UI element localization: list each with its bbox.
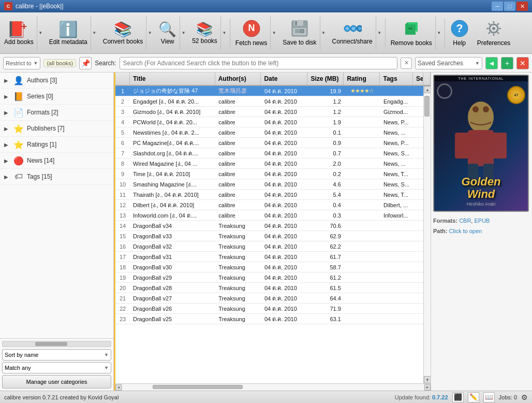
restrict-to-dropdown[interactable]: Restrict to ▼ bbox=[3, 57, 40, 69]
scroll-down-button[interactable]: ▼ bbox=[424, 376, 431, 383]
search-clear-button[interactable]: ✕ bbox=[401, 57, 412, 69]
sidebar-item-news[interactable]: ▶ 🔴 News [14] bbox=[0, 153, 113, 169]
n-books-btn-group[interactable]: 📚 52 books ▼ bbox=[188, 16, 228, 50]
search-add-button[interactable]: + bbox=[501, 57, 513, 69]
table-row[interactable]: 20 DragonBall v28 Treaksung 04 ต.ค. 2010… bbox=[115, 283, 423, 293]
table-row[interactable]: 19 DragonBall v29 Treaksung 04 ต.ค. 2010… bbox=[115, 272, 423, 283]
view-arrow[interactable]: ▼ bbox=[180, 16, 187, 50]
table-row[interactable]: 2 Engadget [ง., 04 ต.ค. 20... calibre 04… bbox=[115, 96, 423, 107]
table-row[interactable]: 14 DragonBall v34 Treaksung 04 ต.ค. 2010… bbox=[115, 221, 423, 231]
cbr-format-link[interactable]: CBR bbox=[459, 218, 471, 224]
minimize-button[interactable]: ─ bbox=[492, 2, 503, 11]
td-size: 4.6 bbox=[308, 181, 344, 188]
saved-searches-dropdown[interactable]: Saved Searches ▼ bbox=[415, 57, 482, 69]
remove-books-button[interactable]: Remove books bbox=[388, 16, 435, 50]
table-row[interactable]: 3 Gizmodo [ง., 04 ต.ค. 2010] calibre 04 … bbox=[115, 107, 423, 117]
status-icon-3[interactable]: 📖 bbox=[483, 392, 495, 402]
search-input[interactable] bbox=[120, 57, 397, 69]
connect-share-button[interactable]: Connect/share bbox=[329, 16, 376, 50]
n-books-arrow[interactable]: ▼ bbox=[220, 16, 228, 50]
save-disk-btn-group[interactable]: Save to disk ▼ bbox=[279, 16, 327, 50]
h-scroll-left[interactable]: ◄ bbox=[115, 384, 122, 391]
search-remove-button[interactable]: ✕ bbox=[516, 57, 529, 69]
table-row[interactable]: 12 Dilbert [ง., 04 ต.ค. 2010] calibre 04… bbox=[115, 200, 423, 210]
sidebar-item-series[interactable]: ▶ 📙 Series [0] bbox=[0, 89, 113, 105]
match-dropdown[interactable]: Match any ▼ bbox=[2, 362, 111, 373]
th-size[interactable]: Size (MB) bbox=[307, 73, 344, 85]
table-row[interactable]: 8 Wired Magazine [ง., 04 ... calibre 04 … bbox=[115, 159, 423, 169]
close-button[interactable]: ✕ bbox=[516, 2, 528, 11]
remove-books-arrow[interactable]: ▼ bbox=[435, 16, 442, 50]
scroll-up-button[interactable]: ▲ bbox=[424, 86, 431, 93]
th-rating[interactable]: Rating bbox=[344, 73, 380, 85]
table-row[interactable]: 7 Slashdot.org [ง., 04 ต.ค.... calibre 0… bbox=[115, 148, 423, 159]
path-link[interactable]: Click to open bbox=[449, 228, 482, 234]
save-disk-button[interactable]: Save to disk bbox=[279, 16, 319, 50]
edit-metadata-arrow[interactable]: ▼ bbox=[91, 16, 98, 50]
status-icon-2[interactable]: ✏️ bbox=[468, 392, 479, 402]
fetch-news-button[interactable]: N Fetch news bbox=[232, 16, 270, 50]
table-row[interactable]: 23 DragonBall v25 Treaksung 04 ต.ค. 2010… bbox=[115, 314, 423, 324]
fetch-news-arrow[interactable]: ▼ bbox=[270, 16, 277, 50]
convert-books-btn-group[interactable]: 📚 Convert books ▼ bbox=[99, 16, 154, 50]
connect-share-arrow[interactable]: ▼ bbox=[376, 16, 383, 50]
vertical-scrollbar[interactable]: ▲ ▼ bbox=[423, 86, 431, 383]
epub-format-link[interactable]: EPUB bbox=[474, 218, 490, 224]
add-books-arrow[interactable]: ▼ bbox=[37, 16, 44, 50]
preferences-btn-group[interactable]: Preferences bbox=[474, 16, 514, 50]
add-books-button[interactable]: 📕+ Add books bbox=[1, 16, 37, 50]
sidebar-item-authors[interactable]: ▶ 👤 Authors [3] bbox=[0, 73, 113, 89]
th-author[interactable]: Author(s) bbox=[215, 73, 261, 85]
remove-books-btn-group[interactable]: Remove books ▼ bbox=[387, 16, 443, 50]
update-version-link[interactable]: 0.7.22 bbox=[432, 394, 448, 400]
table-row[interactable]: 10 Smashing Magazine [ง.... calibre 04 ต… bbox=[115, 179, 423, 190]
table-row[interactable]: 5 Newstimes [ง., 04 ต.ค. 2... calibre 04… bbox=[115, 127, 423, 138]
search-pin-button[interactable]: 📌 bbox=[79, 57, 92, 69]
connect-share-btn-group[interactable]: Connect/share ▼ bbox=[329, 16, 383, 50]
sort-by-dropdown[interactable]: Sort by name ▼ bbox=[2, 349, 111, 361]
preferences-button[interactable]: Preferences bbox=[474, 16, 514, 50]
th-number[interactable] bbox=[115, 73, 130, 85]
horizontal-scrollbar-bottom[interactable]: ◄ ► bbox=[115, 383, 431, 391]
table-row[interactable]: 11 Thairath [ง., 04 ต.ค. 2010] calibre 0… bbox=[115, 190, 423, 200]
table-row[interactable]: 6 PC Magazine[ง., 04 ต.ค.... calibre 04 … bbox=[115, 138, 423, 148]
view-button[interactable]: 🔍 View bbox=[155, 16, 180, 50]
save-disk-arrow[interactable]: ▼ bbox=[320, 16, 327, 50]
table-row[interactable]: 4 PCWorld [ง., 04 ต.ค. 20... calibre 04 … bbox=[115, 117, 423, 127]
sidebar-item-tags[interactable]: ▶ 🏷 Tags [15] bbox=[0, 169, 113, 185]
view-btn-group[interactable]: 🔍 View ▼ bbox=[155, 16, 187, 50]
table-row[interactable]: 16 DragonBall v32 Treaksung 04 ต.ค. 2010… bbox=[115, 241, 423, 252]
fetch-news-btn-group[interactable]: N Fetch news ▼ bbox=[232, 16, 278, 50]
sidebar-item-formats[interactable]: ▶ 📄 Formats [2] bbox=[0, 105, 113, 121]
sidebar-item-publishers[interactable]: ▶ ⭐ Publishers [7] bbox=[0, 121, 113, 137]
table-row[interactable]: 22 DragonBall v26 Treaksung 04 ต.ค. 2010… bbox=[115, 304, 423, 314]
convert-books-button[interactable]: 📚 Convert books bbox=[100, 16, 146, 50]
th-se[interactable]: Se bbox=[413, 73, 423, 85]
sidebar-item-ratings[interactable]: ▶ ⭐ Ratings [1] bbox=[0, 137, 113, 153]
convert-books-arrow[interactable]: ▼ bbox=[146, 16, 153, 50]
search-back-button[interactable]: ◄ bbox=[485, 57, 498, 69]
edit-metadata-button[interactable]: ℹ️ Edit metadata bbox=[46, 16, 91, 50]
table-row[interactable]: 21 DragonBall v27 Treaksung 04 ต.ค. 2010… bbox=[115, 293, 423, 304]
table-row[interactable]: 9 Time [ง., 04 ต.ค. 2010] calibre 04 ต.ค… bbox=[115, 169, 423, 179]
table-row[interactable]: 18 DragonBall v30 Treaksung 04 ต.ค. 2010… bbox=[115, 262, 423, 272]
table-row[interactable]: 17 DragonBall v31 Treaksung 04 ต.ค. 2010… bbox=[115, 252, 423, 262]
edit-metadata-btn-group[interactable]: ℹ️ Edit metadata ▼ bbox=[46, 16, 98, 50]
h-scroll-track[interactable] bbox=[123, 384, 423, 391]
scroll-track[interactable] bbox=[424, 93, 431, 376]
maximize-button[interactable]: □ bbox=[504, 2, 515, 11]
th-tags[interactable]: Tags bbox=[380, 73, 413, 85]
help-btn-group[interactable]: ? Help bbox=[447, 16, 472, 50]
manage-categories-button[interactable]: Manage user categories bbox=[2, 375, 111, 388]
add-books-btn-group[interactable]: 📕+ Add books ▼ bbox=[1, 16, 45, 50]
table-row[interactable]: 13 Infoworld.com [ง., 04 ต.... calibre 0… bbox=[115, 210, 423, 221]
n-books-button[interactable]: 📚 52 books bbox=[189, 16, 220, 50]
th-title[interactable]: Title bbox=[130, 73, 215, 85]
status-icon-1[interactable]: ⬛ bbox=[452, 392, 464, 402]
th-date[interactable]: Date bbox=[261, 73, 307, 85]
h-scroll-right[interactable]: ► bbox=[424, 384, 431, 391]
table-row[interactable]: 15 DragonBall v33 Treaksung 04 ต.ค. 2010… bbox=[115, 231, 423, 241]
horizontal-scrollbar[interactable] bbox=[2, 341, 111, 347]
table-row[interactable]: 1 ジョジョの奇妙な冒険 47 荒木飛呂彦 04 ต.ค. 2010 19.9 … bbox=[115, 86, 423, 96]
help-button[interactable]: ? Help bbox=[447, 16, 472, 50]
